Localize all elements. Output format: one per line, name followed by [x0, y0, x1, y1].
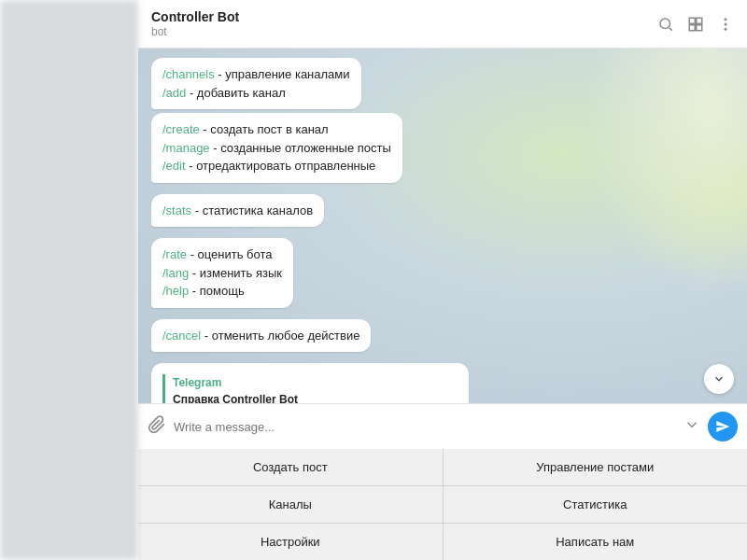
- bubble-bot-1: /channels - управление каналами /add - д…: [151, 58, 361, 109]
- chat-header: Controller Bot bot: [138, 0, 747, 49]
- svg-point-0: [660, 19, 670, 29]
- quick-btn-channels[interactable]: Каналы: [138, 486, 443, 523]
- message-bot-2: /create - создать пост в канал /manage -…: [151, 113, 734, 183]
- bubble-bot-3: /stats - статистика каналов: [151, 194, 324, 228]
- panel-icon[interactable]: [687, 16, 704, 33]
- send-button[interactable]: [708, 412, 738, 441]
- quick-btn-settings[interactable]: Настройки: [138, 524, 443, 560]
- quick-btn-stats[interactable]: Статистика: [444, 486, 748, 523]
- cmd-manage: /manage: [162, 141, 210, 155]
- chat-messages: /channels - управление каналами /add - д…: [138, 49, 747, 403]
- attach-icon[interactable]: [148, 415, 166, 439]
- separator-2: [151, 231, 734, 238]
- search-icon[interactable]: [657, 16, 674, 33]
- cmd-add: /add: [162, 86, 186, 100]
- message-bot-5: /cancel - отменить любое действие: [151, 319, 734, 353]
- chat-subtitle: bot: [151, 25, 657, 38]
- bubble-bot-4: /rate - оценить бота /lang - изменить яз…: [151, 238, 293, 308]
- separator-1: [151, 187, 734, 194]
- bubble-bot-2: /create - создать пост в канал /manage -…: [151, 113, 402, 183]
- app-wrapper: Controller Bot bot: [0, 0, 747, 560]
- message-bot-forward: Telegram Справка Controller Bot Здесь со…: [151, 363, 734, 403]
- scroll-down-button[interactable]: [704, 364, 734, 394]
- cmd-edit: /edit: [162, 159, 186, 173]
- sidebar: [0, 0, 138, 560]
- chat-title: Controller Bot: [151, 9, 657, 25]
- quick-btn-contact[interactable]: Написать нам: [444, 524, 748, 560]
- chat-header-info: Controller Bot bot: [151, 9, 657, 38]
- chevron-down-icon[interactable]: [684, 416, 700, 438]
- separator-4: [151, 356, 734, 363]
- cmd-create: /create: [162, 122, 200, 136]
- input-area: [138, 403, 747, 449]
- header-icons: [657, 16, 734, 33]
- message-bot-4: /rate - оценить бота /lang - изменить яз…: [151, 238, 734, 308]
- message-bot-3: /stats - статистика каналов: [151, 194, 734, 228]
- cmd-help: /help: [162, 284, 189, 298]
- quick-btn-create-post[interactable]: Создать пост: [138, 449, 443, 485]
- cmd-lang: /lang: [162, 266, 189, 280]
- bubble-bot-forward: Telegram Справка Controller Bot Здесь со…: [151, 363, 469, 403]
- forward-block: Telegram Справка Controller Bot Здесь со…: [162, 374, 458, 403]
- forward-title: Справка Controller Bot: [173, 391, 458, 403]
- svg-line-1: [669, 27, 671, 30]
- message-input[interactable]: [174, 420, 676, 434]
- svg-rect-2: [689, 18, 695, 23]
- cmd-cancel: /cancel: [162, 329, 201, 343]
- quick-btn-manage-posts[interactable]: Управление постами: [444, 449, 748, 485]
- svg-point-6: [725, 18, 727, 21]
- svg-point-8: [725, 27, 727, 30]
- bubble-bot-5: /cancel - отменить любое действие: [151, 319, 371, 353]
- svg-rect-4: [689, 24, 695, 30]
- quick-buttons: Создать пост Управление постами Каналы С…: [138, 449, 747, 560]
- cmd-rate: /rate: [162, 247, 187, 261]
- svg-rect-5: [697, 24, 702, 30]
- svg-point-7: [725, 22, 727, 25]
- chat-area: Controller Bot bot: [138, 0, 747, 560]
- message-bot-1: /channels - управление каналами /add - д…: [151, 58, 734, 109]
- forward-source: Telegram: [173, 374, 458, 391]
- cmd-channels: /channels: [162, 67, 215, 81]
- more-icon[interactable]: [717, 16, 734, 33]
- svg-rect-3: [697, 18, 702, 23]
- separator-3: [151, 312, 734, 319]
- cmd-stats: /stats: [162, 203, 191, 217]
